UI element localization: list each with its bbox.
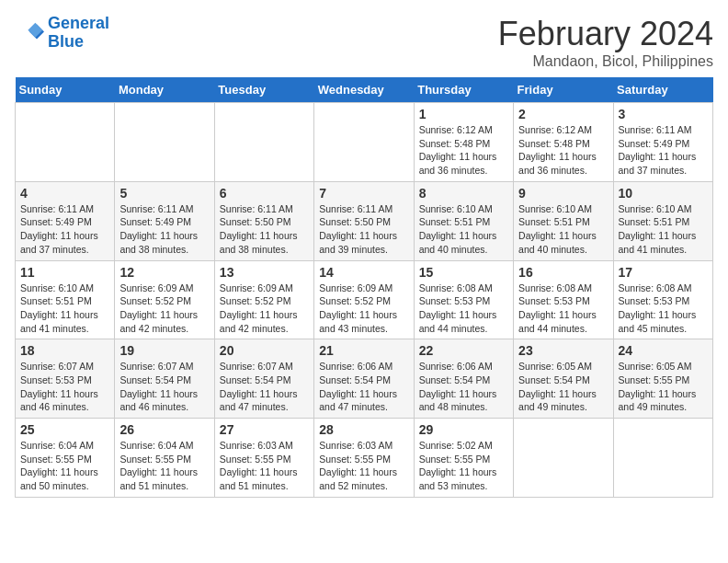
calendar-cell: 5Sunrise: 6:11 AM Sunset: 5:49 PM Daylig… <box>115 181 214 260</box>
weekday-header-saturday: Saturday <box>613 77 712 103</box>
page-header: General Blue February 2024 Mandaon, Bico… <box>15 15 713 70</box>
calendar-cell: 6Sunrise: 6:11 AM Sunset: 5:50 PM Daylig… <box>214 181 313 260</box>
day-info: Sunrise: 6:04 AM Sunset: 5:55 PM Dayligh… <box>119 439 209 493</box>
calendar-week-5: 25Sunrise: 6:04 AM Sunset: 5:55 PM Dayli… <box>16 419 713 498</box>
day-number: 6 <box>220 186 309 201</box>
day-info: Sunrise: 6:10 AM Sunset: 5:51 PM Dayligh… <box>619 202 708 257</box>
calendar-body: 1Sunrise: 6:12 AM Sunset: 5:48 PM Daylig… <box>16 103 713 498</box>
weekday-header-sunday: Sunday <box>16 77 115 103</box>
day-info: Sunrise: 6:09 AM Sunset: 5:52 PM Dayligh… <box>220 282 309 336</box>
day-info: Sunrise: 6:07 AM Sunset: 5:53 PM Dayligh… <box>20 360 109 414</box>
month-title: February 2024 <box>498 15 713 53</box>
day-info: Sunrise: 6:11 AM Sunset: 5:50 PM Dayligh… <box>319 202 408 257</box>
calendar-cell: 14Sunrise: 6:09 AM Sunset: 5:52 PM Dayli… <box>314 260 414 339</box>
day-number: 29 <box>419 422 508 437</box>
day-info: Sunrise: 6:12 AM Sunset: 5:48 PM Dayligh… <box>419 123 508 178</box>
day-number: 27 <box>220 422 309 437</box>
day-info: Sunrise: 6:07 AM Sunset: 5:54 PM Dayligh… <box>220 360 309 414</box>
calendar-cell: 13Sunrise: 6:09 AM Sunset: 5:52 PM Dayli… <box>214 260 313 339</box>
day-number: 3 <box>619 107 708 121</box>
calendar-cell <box>514 419 613 498</box>
calendar-week-1: 1Sunrise: 6:12 AM Sunset: 5:48 PM Daylig… <box>16 103 713 182</box>
day-number: 18 <box>20 343 109 358</box>
weekday-header-thursday: Thursday <box>414 77 513 103</box>
day-info: Sunrise: 6:09 AM Sunset: 5:52 PM Dayligh… <box>319 282 408 336</box>
day-number: 9 <box>518 186 608 201</box>
day-number: 22 <box>419 343 508 358</box>
logo-icon <box>15 18 44 48</box>
weekday-header-friday: Friday <box>514 77 613 103</box>
day-number: 8 <box>419 186 508 201</box>
day-number: 13 <box>220 265 309 280</box>
day-info: Sunrise: 6:11 AM Sunset: 5:49 PM Dayligh… <box>20 202 109 257</box>
calendar-cell: 8Sunrise: 6:10 AM Sunset: 5:51 PM Daylig… <box>414 181 513 260</box>
day-info: Sunrise: 5:02 AM Sunset: 5:55 PM Dayligh… <box>419 439 508 493</box>
day-info: Sunrise: 6:06 AM Sunset: 5:54 PM Dayligh… <box>319 360 408 414</box>
calendar-cell: 25Sunrise: 6:04 AM Sunset: 5:55 PM Dayli… <box>16 419 115 498</box>
day-number: 16 <box>518 265 608 280</box>
day-info: Sunrise: 6:08 AM Sunset: 5:53 PM Dayligh… <box>619 282 708 336</box>
day-info: Sunrise: 6:04 AM Sunset: 5:55 PM Dayligh… <box>20 439 109 493</box>
day-number: 10 <box>619 186 708 201</box>
calendar-cell: 28Sunrise: 6:03 AM Sunset: 5:55 PM Dayli… <box>314 419 414 498</box>
day-info: Sunrise: 6:07 AM Sunset: 5:54 PM Dayligh… <box>119 360 209 414</box>
day-info: Sunrise: 6:10 AM Sunset: 5:51 PM Dayligh… <box>419 202 508 257</box>
calendar-cell: 2Sunrise: 6:12 AM Sunset: 5:48 PM Daylig… <box>514 103 613 182</box>
day-info: Sunrise: 6:05 AM Sunset: 5:54 PM Dayligh… <box>518 360 608 414</box>
calendar-cell <box>613 419 712 498</box>
calendar-cell: 27Sunrise: 6:03 AM Sunset: 5:55 PM Dayli… <box>214 419 313 498</box>
day-info: Sunrise: 6:05 AM Sunset: 5:55 PM Dayligh… <box>619 360 708 414</box>
calendar-cell: 17Sunrise: 6:08 AM Sunset: 5:53 PM Dayli… <box>613 260 712 339</box>
calendar-week-2: 4Sunrise: 6:11 AM Sunset: 5:49 PM Daylig… <box>16 181 713 260</box>
calendar-cell: 12Sunrise: 6:09 AM Sunset: 5:52 PM Dayli… <box>115 260 214 339</box>
calendar-cell: 7Sunrise: 6:11 AM Sunset: 5:50 PM Daylig… <box>314 181 414 260</box>
calendar-cell: 15Sunrise: 6:08 AM Sunset: 5:53 PM Dayli… <box>414 260 513 339</box>
calendar-cell: 23Sunrise: 6:05 AM Sunset: 5:54 PM Dayli… <box>514 339 613 419</box>
calendar-cell: 21Sunrise: 6:06 AM Sunset: 5:54 PM Dayli… <box>314 339 414 419</box>
calendar-cell <box>214 103 313 182</box>
title-area: February 2024 Mandaon, Bicol, Philippine… <box>498 15 713 70</box>
calendar-cell <box>314 103 414 182</box>
day-number: 25 <box>20 422 109 437</box>
calendar-cell: 10Sunrise: 6:10 AM Sunset: 5:51 PM Dayli… <box>613 181 712 260</box>
logo-line2: Blue <box>48 32 84 51</box>
day-number: 24 <box>619 343 708 358</box>
logo-line1: General <box>48 14 109 32</box>
weekday-header-monday: Monday <box>115 77 214 103</box>
day-number: 5 <box>119 186 209 201</box>
day-number: 19 <box>119 343 209 358</box>
calendar-cell: 18Sunrise: 6:07 AM Sunset: 5:53 PM Dayli… <box>16 339 115 419</box>
day-number: 17 <box>619 265 708 280</box>
calendar-cell: 26Sunrise: 6:04 AM Sunset: 5:55 PM Dayli… <box>115 419 214 498</box>
calendar-cell: 22Sunrise: 6:06 AM Sunset: 5:54 PM Dayli… <box>414 339 513 419</box>
calendar-cell: 9Sunrise: 6:10 AM Sunset: 5:51 PM Daylig… <box>514 181 613 260</box>
day-info: Sunrise: 6:11 AM Sunset: 5:49 PM Dayligh… <box>119 202 209 257</box>
day-number: 1 <box>419 107 508 121</box>
day-number: 2 <box>518 107 608 121</box>
day-info: Sunrise: 6:08 AM Sunset: 5:53 PM Dayligh… <box>518 282 608 336</box>
day-number: 23 <box>518 343 608 358</box>
day-number: 20 <box>220 343 309 358</box>
day-number: 12 <box>119 265 209 280</box>
day-number: 14 <box>319 265 408 280</box>
day-number: 11 <box>20 265 109 280</box>
day-info: Sunrise: 6:03 AM Sunset: 5:55 PM Dayligh… <box>220 439 309 493</box>
calendar-cell: 4Sunrise: 6:11 AM Sunset: 5:49 PM Daylig… <box>16 181 115 260</box>
header-row: SundayMondayTuesdayWednesdayThursdayFrid… <box>16 77 713 103</box>
calendar-cell: 24Sunrise: 6:05 AM Sunset: 5:55 PM Dayli… <box>613 339 712 419</box>
day-number: 26 <box>119 422 209 437</box>
location-title: Mandaon, Bicol, Philippines <box>498 53 713 70</box>
calendar-cell: 16Sunrise: 6:08 AM Sunset: 5:53 PM Dayli… <box>514 260 613 339</box>
day-number: 4 <box>20 186 109 201</box>
day-info: Sunrise: 6:10 AM Sunset: 5:51 PM Dayligh… <box>20 282 109 336</box>
calendar-table: SundayMondayTuesdayWednesdayThursdayFrid… <box>15 77 713 498</box>
calendar-cell: 20Sunrise: 6:07 AM Sunset: 5:54 PM Dayli… <box>214 339 313 419</box>
calendar-cell <box>16 103 115 182</box>
day-number: 28 <box>319 422 408 437</box>
day-info: Sunrise: 6:11 AM Sunset: 5:50 PM Dayligh… <box>220 202 309 257</box>
calendar-cell <box>115 103 214 182</box>
calendar-cell: 1Sunrise: 6:12 AM Sunset: 5:48 PM Daylig… <box>414 103 513 182</box>
calendar-cell: 29Sunrise: 5:02 AM Sunset: 5:55 PM Dayli… <box>414 419 513 498</box>
calendar-cell: 3Sunrise: 6:11 AM Sunset: 5:49 PM Daylig… <box>613 103 712 182</box>
logo: General Blue <box>15 15 109 52</box>
